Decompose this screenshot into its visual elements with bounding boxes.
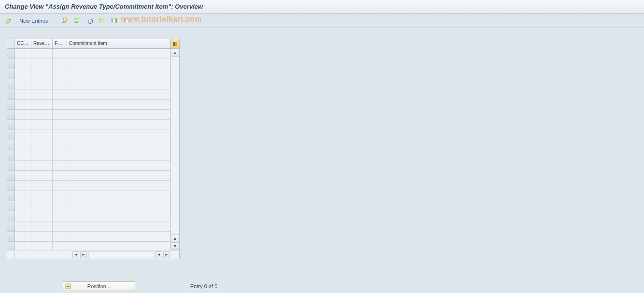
row-selector[interactable] <box>7 79 15 89</box>
row-selector[interactable] <box>7 89 15 100</box>
table-row[interactable] <box>7 221 170 232</box>
cell[interactable] <box>15 140 31 150</box>
table-row[interactable] <box>7 232 170 242</box>
cell[interactable] <box>67 191 170 201</box>
new-entries-button[interactable]: New Entries <box>16 18 51 24</box>
table-row[interactable] <box>7 140 170 150</box>
cell[interactable] <box>31 191 53 201</box>
row-selector[interactable] <box>7 150 15 161</box>
row-selector[interactable] <box>7 59 15 69</box>
cell[interactable] <box>15 191 31 201</box>
cell[interactable] <box>31 232 53 242</box>
cell[interactable] <box>31 140 53 150</box>
undo-icon[interactable] <box>84 16 94 26</box>
position-button[interactable]: Position... <box>63 281 135 291</box>
cell[interactable] <box>15 110 31 120</box>
cell[interactable] <box>31 69 53 79</box>
cell[interactable] <box>53 150 67 161</box>
cell[interactable] <box>67 161 170 171</box>
cell[interactable] <box>67 221 170 232</box>
row-selector[interactable] <box>7 191 15 201</box>
table-row[interactable] <box>7 79 170 89</box>
column-header-fyid[interactable]: FYID <box>53 39 67 48</box>
row-selector[interactable] <box>7 181 15 191</box>
cell[interactable] <box>67 89 170 100</box>
table-row[interactable] <box>7 191 170 201</box>
hscroll-right2-icon[interactable]: ► <box>163 251 170 258</box>
cell[interactable] <box>31 181 53 191</box>
table-row[interactable] <box>7 69 170 79</box>
cell[interactable] <box>53 89 67 100</box>
cell[interactable] <box>67 171 170 181</box>
cell[interactable] <box>67 211 170 221</box>
row-selector[interactable] <box>7 211 15 221</box>
cell[interactable] <box>53 161 67 171</box>
cell[interactable] <box>15 69 31 79</box>
cell[interactable] <box>15 221 31 232</box>
cell[interactable] <box>53 59 67 69</box>
cell[interactable] <box>67 242 170 250</box>
table-row[interactable] <box>7 59 170 69</box>
cell[interactable] <box>53 100 67 110</box>
cell[interactable] <box>15 49 31 59</box>
select-block-icon[interactable] <box>110 16 119 26</box>
cell[interactable] <box>67 150 170 161</box>
save-variant-icon[interactable] <box>72 16 82 26</box>
cell[interactable] <box>15 100 31 110</box>
row-selector[interactable] <box>7 201 15 211</box>
row-selector[interactable] <box>7 69 15 79</box>
cell[interactable] <box>31 171 53 181</box>
cell[interactable] <box>53 79 67 89</box>
row-selector[interactable] <box>7 130 15 140</box>
scroll-down-icon[interactable]: ▲ <box>171 234 179 242</box>
cell[interactable] <box>15 59 31 69</box>
cell[interactable] <box>53 130 67 140</box>
cell[interactable] <box>15 232 31 242</box>
deselect-all-icon[interactable] <box>122 16 132 26</box>
table-row[interactable] <box>7 89 170 100</box>
cell[interactable] <box>15 120 31 130</box>
cell[interactable] <box>15 79 31 89</box>
cell[interactable] <box>31 130 53 140</box>
cell[interactable] <box>31 120 53 130</box>
table-row[interactable] <box>7 150 170 161</box>
row-selector[interactable] <box>7 161 15 171</box>
table-row[interactable] <box>7 242 170 250</box>
cell[interactable] <box>31 89 53 100</box>
cell[interactable] <box>15 201 31 211</box>
cell[interactable] <box>53 242 67 250</box>
copy-icon[interactable] <box>59 16 69 26</box>
cell[interactable] <box>53 211 67 221</box>
vertical-scrollbar[interactable]: ▲ ▲ ▼ <box>170 49 179 250</box>
cell[interactable] <box>31 242 53 250</box>
cell[interactable] <box>31 161 53 171</box>
cell[interactable] <box>67 79 170 89</box>
cell[interactable] <box>31 79 53 89</box>
cell[interactable] <box>53 191 67 201</box>
cell[interactable] <box>15 130 31 140</box>
cell[interactable] <box>31 150 53 161</box>
hscroll-left-icon[interactable]: ◄ <box>72 251 79 258</box>
table-row[interactable] <box>7 110 170 120</box>
hscroll-track[interactable] <box>88 251 154 258</box>
cell[interactable] <box>67 69 170 79</box>
cell[interactable] <box>67 181 170 191</box>
cell[interactable] <box>31 211 53 221</box>
row-selector[interactable] <box>7 242 15 250</box>
cell[interactable] <box>15 89 31 100</box>
cell[interactable] <box>67 110 170 120</box>
cell[interactable] <box>15 181 31 191</box>
cell[interactable] <box>31 59 53 69</box>
row-selector[interactable] <box>7 171 15 181</box>
cell[interactable] <box>53 171 67 181</box>
scroll-down2-icon[interactable]: ▼ <box>171 242 179 250</box>
column-header-ccgr[interactable]: CCGr <box>15 39 31 48</box>
cell[interactable] <box>53 181 67 191</box>
table-row[interactable] <box>7 120 170 130</box>
cell[interactable] <box>15 161 31 171</box>
scroll-up-icon[interactable]: ▲ <box>171 49 179 57</box>
column-header-revenue[interactable]: Reven.... <box>31 39 53 48</box>
cell[interactable] <box>67 130 170 140</box>
row-selector[interactable] <box>7 221 15 232</box>
cell[interactable] <box>53 69 67 79</box>
